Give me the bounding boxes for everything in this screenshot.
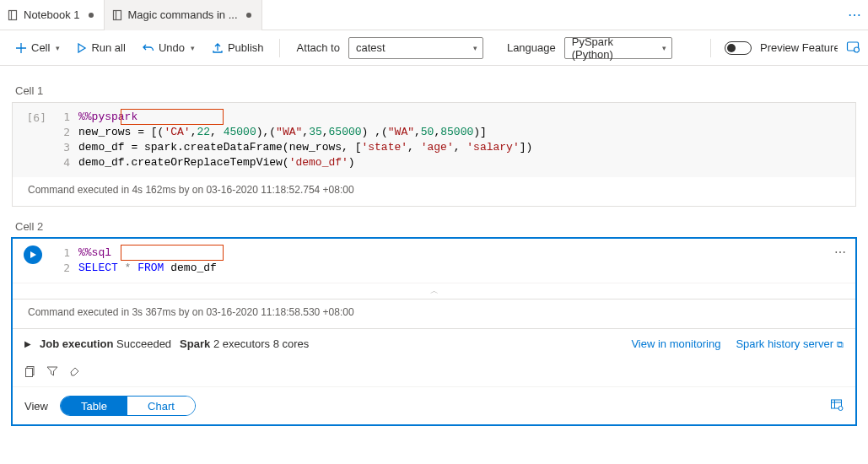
svg-point-11 <box>838 406 843 410</box>
execution-status: Command executed in 4s 162ms by on 03-16… <box>13 177 855 206</box>
chevron-down-icon: ▾ <box>191 44 195 52</box>
code-editor[interactable]: %%pysparknew_rows = [('CA',22, 45000),("… <box>78 110 855 170</box>
tab-notebook-1[interactable]: Notebook 1 <box>0 0 105 30</box>
filter-icon[interactable] <box>46 365 58 380</box>
view-table-button[interactable]: Table <box>61 397 127 415</box>
copy-icon[interactable] <box>24 365 36 380</box>
publish-icon <box>212 42 224 54</box>
language-label: Language <box>507 41 556 54</box>
execution-count: [6] <box>13 110 53 170</box>
info-icon[interactable] <box>846 40 860 56</box>
run-cell-button[interactable] <box>24 245 42 264</box>
svg-rect-0 <box>9 10 17 19</box>
unsaved-dot-icon <box>246 13 251 18</box>
view-chart-button[interactable]: Chart <box>127 397 195 415</box>
tab-title: Magic commands in ... <box>128 8 238 21</box>
preview-features-toggle[interactable] <box>725 41 752 55</box>
play-icon: ▶ <box>24 339 31 348</box>
tab-title: Notebook 1 <box>24 8 80 21</box>
external-link-icon: ⧉ <box>837 339 844 349</box>
spark-info: Spark 2 executors 8 cores <box>180 337 309 350</box>
svg-rect-2 <box>113 10 121 19</box>
notebook-icon <box>7 9 19 21</box>
chevron-down-icon: ▾ <box>473 44 477 52</box>
undo-button[interactable]: Undo ▾ <box>136 38 202 57</box>
erase-icon[interactable] <box>68 365 80 380</box>
cell-2: ⋯ 12 %%sqlSELECT * FROM demo_df ︿ Comman… <box>12 238 856 425</box>
plus-icon <box>15 42 27 54</box>
cell-more-button[interactable]: ⋯ <box>834 245 847 259</box>
unsaved-dot-icon <box>89 13 94 18</box>
language-dropdown[interactable]: PySpark (Python) ▾ <box>564 37 672 59</box>
run-all-button[interactable]: Run all <box>70 38 132 57</box>
play-icon <box>77 43 87 53</box>
collapse-output-button[interactable]: ︿ <box>13 283 855 299</box>
view-label: View <box>24 400 48 413</box>
chevron-down-icon: ▾ <box>662 44 666 52</box>
toolbar: Cell ▾ Run all Undo ▾ Publish Attach to … <box>0 30 868 66</box>
play-icon <box>29 251 37 259</box>
undo-icon <box>143 42 154 54</box>
preview-features-label: Preview Features <box>760 41 838 54</box>
notebook-icon <box>111 9 123 21</box>
view-in-monitoring-link[interactable]: View in monitoring <box>631 337 720 350</box>
execution-status: Command executed in 3s 367ms by on 03-16… <box>13 299 855 328</box>
separator <box>279 39 280 57</box>
output-actions <box>13 359 855 386</box>
code-area[interactable]: [6] 1234 %%pysparknew_rows = [('CA',22, … <box>13 103 855 177</box>
separator <box>710 39 711 57</box>
attach-to-dropdown[interactable]: catest ▾ <box>348 37 483 59</box>
cell-1: [6] 1234 %%pysparknew_rows = [('CA',22, … <box>12 102 856 207</box>
job-execution-row: ▶ Job execution Succeeded Spark 2 execut… <box>13 328 855 359</box>
code-area[interactable]: ⋯ 12 %%sqlSELECT * FROM demo_df <box>13 239 855 283</box>
tabs-bar: Notebook 1 Magic commands in ... ⋯ <box>0 0 868 30</box>
svg-point-5 <box>855 47 860 52</box>
toolbar-right: Preview Features <box>705 39 860 57</box>
table-settings-button[interactable] <box>830 398 844 414</box>
svg-rect-7 <box>26 369 33 377</box>
cell-label: Cell 2 <box>15 220 856 233</box>
cell-label: Cell 1 <box>15 84 856 97</box>
tab-magic-commands[interactable]: Magic commands in ... <box>105 0 262 30</box>
view-toggle-group: Table Chart <box>60 396 196 416</box>
publish-button[interactable]: Publish <box>205 38 271 57</box>
code-editor[interactable]: %%sqlSELECT * FROM demo_df <box>78 245 855 276</box>
view-row: View Table Chart <box>13 386 855 424</box>
job-execution-label: Job execution Succeeded <box>40 337 171 350</box>
add-cell-button[interactable]: Cell ▾ <box>8 38 67 57</box>
line-gutter: 12 <box>53 245 78 276</box>
spark-history-link[interactable]: Spark history server⧉ <box>736 337 844 350</box>
line-gutter: 1234 <box>53 110 78 170</box>
tabs-overflow-button[interactable]: ⋯ <box>841 7 868 23</box>
cells-container: Cell 1 [6] 1234 %%pysparknew_rows = [('C… <box>0 66 868 456</box>
attach-to-label: Attach to <box>297 41 340 54</box>
chevron-down-icon: ▾ <box>56 44 60 52</box>
